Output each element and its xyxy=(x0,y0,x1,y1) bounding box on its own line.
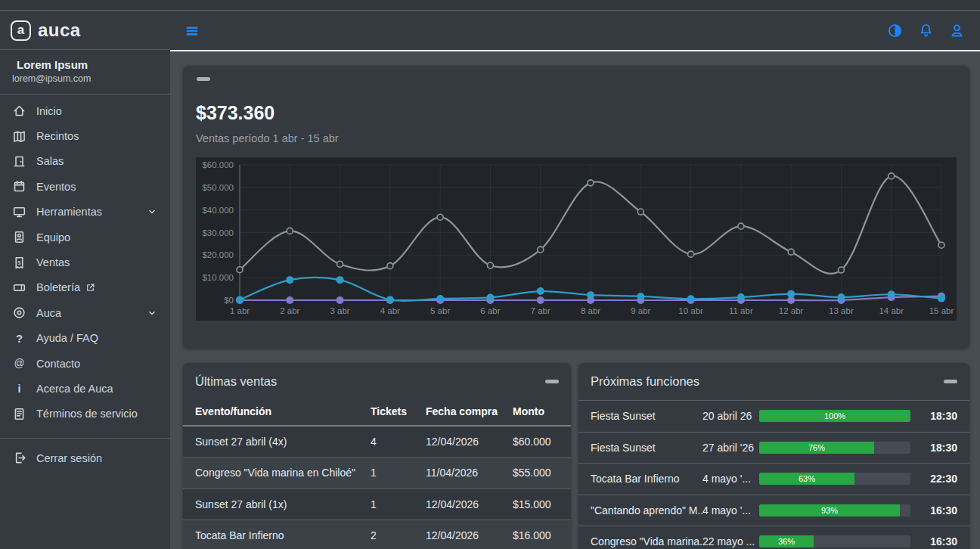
functions-list: Fiesta Sunset20 abril 26100%18:30Fiesta … xyxy=(578,400,969,549)
table-cell: $16.000 xyxy=(513,520,571,549)
home-icon xyxy=(13,104,26,117)
table-row: Sunset 27 abril (4x)412/04/2026$60.000 xyxy=(183,426,571,458)
function-time: 18:30 xyxy=(910,442,957,454)
theme-contrast-icon xyxy=(887,23,903,39)
info-icon: i xyxy=(13,382,26,395)
table-cell: $15.000 xyxy=(513,489,571,520)
svg-text:10 abr: 10 abr xyxy=(678,306,703,315)
sidebar-item-ventas[interactable]: $Ventas xyxy=(0,250,170,274)
collapse-card-button[interactable] xyxy=(944,380,957,383)
sidebar-item-salas[interactable]: Salas xyxy=(0,149,170,174)
function-time: 18:30 xyxy=(910,410,957,422)
sidebar-divider xyxy=(0,438,170,439)
function-row: Fiesta Sunset20 abril 26100%18:30 xyxy=(578,400,969,432)
at-icon: @ xyxy=(13,357,26,370)
svg-text:5 abr: 5 abr xyxy=(430,306,450,315)
function-time: 16:30 xyxy=(910,504,957,516)
sidebar-item-label: Ayuda / FAQ xyxy=(36,332,98,344)
collapse-card-button[interactable] xyxy=(545,380,559,383)
progress-bar: 76% xyxy=(759,442,910,454)
svg-text:@: @ xyxy=(14,357,24,369)
function-name: Tocata Bar Infierno xyxy=(591,473,702,485)
svg-text:$40.000: $40.000 xyxy=(202,206,234,215)
svg-text:8 abr: 8 abr xyxy=(581,306,600,315)
external-link-icon xyxy=(85,283,95,293)
svg-text:3 abr: 3 abr xyxy=(330,306,349,315)
function-row: Tocata Bar Infierno4 mayo '...63%22:30 xyxy=(578,463,969,495)
sidebar-item-contacto[interactable]: @Contacto xyxy=(0,351,170,376)
sidebar-item-herramientas[interactable]: Herramientas xyxy=(0,200,170,225)
sidebar-item-inicio[interactable]: Inicio xyxy=(0,98,170,123)
sidebar-toggle-button[interactable] xyxy=(185,24,200,38)
sidebar-item-cerrar-sesion[interactable]: Cerrar sesión xyxy=(0,445,170,470)
sidebar-item-auca[interactable]: Auca xyxy=(0,300,170,325)
svg-text:$0: $0 xyxy=(224,296,234,305)
svg-text:14 abr: 14 abr xyxy=(879,306,904,315)
table-header-fecha-compra: Fecha compra xyxy=(426,397,513,426)
sidebar-item-equipo[interactable]: Equipo xyxy=(0,225,170,250)
receipt-icon: $ xyxy=(13,256,26,269)
sales-summary-card: $373.360 Ventas período 1 abr - 15 abr $… xyxy=(183,66,969,349)
table-cell: 1 xyxy=(371,458,426,489)
sales-line-chart: $0$10.000$20.000$30.000$40.000$50.000$60… xyxy=(196,157,957,321)
progress-bar: 100% xyxy=(759,410,910,422)
svg-text:15 abr: 15 abr xyxy=(929,306,954,315)
function-row: Congreso "Vida marina...22 mayo ...36%16… xyxy=(578,526,969,549)
notifications-button[interactable] xyxy=(918,23,934,39)
sidebar-item-label: Contacto xyxy=(36,358,80,370)
target-icon xyxy=(13,306,26,319)
sidebar: a auca Lorem Ipsum lorem@ipsum.com Inici… xyxy=(0,11,170,549)
sidebar-item-label: Boletería xyxy=(36,281,80,293)
table-cell: Sunset 27 abril (4x) xyxy=(183,426,371,458)
table-cell: 12/04/2026 xyxy=(426,520,513,549)
door-icon xyxy=(13,155,26,168)
sales-chart-area: $0$10.000$20.000$30.000$40.000$50.000$60… xyxy=(196,157,957,321)
function-date: 4 mayo '... xyxy=(702,473,759,485)
function-date: 4 mayo '... xyxy=(702,504,759,516)
card-title: Últimas ventas xyxy=(195,374,277,389)
svg-text:6 abr: 6 abr xyxy=(480,306,500,315)
svg-text:$: $ xyxy=(17,259,21,265)
svg-text:12 abr: 12 abr xyxy=(779,306,804,315)
function-name: Congreso "Vida marina... xyxy=(591,535,702,547)
user-menu-button[interactable] xyxy=(949,23,965,39)
sidebar-item-recintos[interactable]: Recintos xyxy=(0,123,170,148)
svg-text:$20.000: $20.000 xyxy=(202,250,234,259)
sidebar-item-eventos[interactable]: Eventos xyxy=(0,174,170,199)
sidebar-item-label: Salas xyxy=(36,155,64,167)
window-top-strip xyxy=(0,0,980,11)
map-icon xyxy=(13,130,26,143)
function-date: 22 mayo ... xyxy=(702,535,759,547)
collapse-card-button[interactable] xyxy=(197,77,210,81)
svg-text:1 abr: 1 abr xyxy=(230,306,250,315)
last-sales-table: Evento/funciónTicketsFecha compraMonto S… xyxy=(183,397,571,549)
function-name: Fiesta Sunset xyxy=(591,410,702,422)
svg-text:11 abr: 11 abr xyxy=(729,306,753,315)
progress-fill: 63% xyxy=(759,473,854,485)
sidebar-item-boleteria[interactable]: Boletería xyxy=(0,275,170,300)
ticket-icon xyxy=(13,281,26,294)
sidebar-item-ayuda-faq[interactable]: ?Ayuda / FAQ xyxy=(0,326,170,351)
table-header-row: Evento/funciónTicketsFecha compraMonto xyxy=(183,397,571,426)
sidebar-item-terminos-de-servicio[interactable]: Términos de servicio xyxy=(0,402,170,426)
hamburger-icon xyxy=(185,24,200,38)
table-cell: 12/04/2026 xyxy=(426,489,513,520)
table-cell: 11/04/2026 xyxy=(426,458,513,489)
table-cell: 12/04/2026 xyxy=(426,426,513,458)
sidebar-item-acerca-de-auca[interactable]: iAcerca de Auca xyxy=(0,376,170,401)
theme-toggle-button[interactable] xyxy=(887,23,903,39)
user-email: lorem@ipsum.com xyxy=(12,73,158,84)
sales-period-subtitle: Ventas período 1 abr - 15 abr xyxy=(196,132,339,144)
table-header-tickets: Tickets xyxy=(371,397,426,426)
table-header-eventofuncion: Evento/función xyxy=(183,397,371,426)
bell-icon xyxy=(918,23,934,39)
progress-fill: 76% xyxy=(759,442,874,454)
progress-fill: 100% xyxy=(759,410,910,422)
upcoming-functions-card: Próximas funciones Fiesta Sunset20 abril… xyxy=(578,363,969,549)
progress-bar: 63% xyxy=(759,473,910,485)
logout-icon xyxy=(13,451,26,464)
top-navbar xyxy=(170,11,980,51)
table-cell: Sunset 27 abril (1x) xyxy=(183,489,371,520)
monitor-icon xyxy=(13,206,26,219)
sidebar-item-label: Auca xyxy=(36,307,61,319)
